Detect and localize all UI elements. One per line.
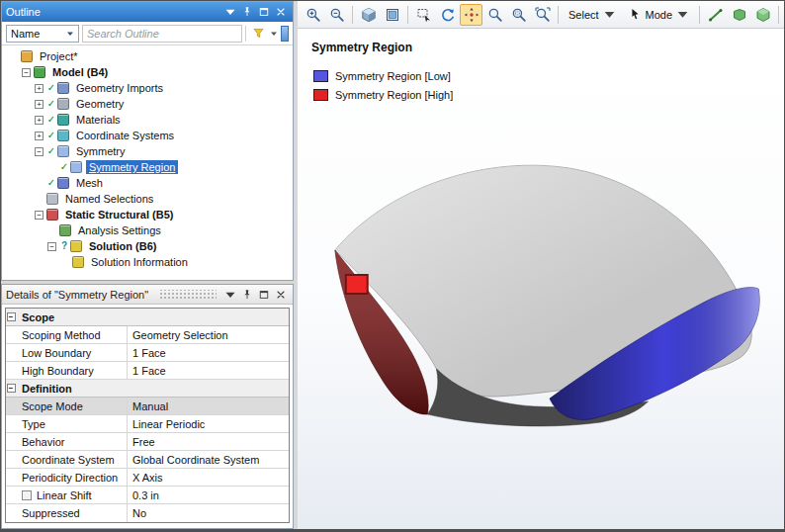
details-header[interactable]: Details of "Symmetry Region"	[2, 285, 293, 305]
chevron-down-icon[interactable]	[222, 5, 238, 20]
body-select-button[interactable]	[751, 4, 774, 26]
tree-item-symmetry-region[interactable]: ✓Symmetry Region	[5, 159, 293, 175]
drag-handle[interactable]	[346, 275, 368, 294]
details-row-type[interactable]: TypeLinear Periodic	[6, 415, 289, 433]
tree-item-geometry[interactable]: +✓Geometry	[5, 96, 293, 112]
app-window: Outline Name Project*−Model (B4)+✓Geomet…	[0, 0, 785, 532]
minus-expander-icon[interactable]: −	[47, 242, 56, 251]
legend-swatch	[313, 70, 328, 82]
details-row-low-boundary[interactable]: Low Boundary1 Face	[6, 344, 289, 362]
minus-expander-icon[interactable]: −	[35, 211, 44, 220]
outline-title: Outline	[6, 6, 46, 18]
details-row-suppressed[interactable]: SuppressedNo	[6, 504, 289, 522]
minus-expander-icon[interactable]: −	[7, 384, 16, 393]
box-select-button[interactable]	[412, 4, 435, 26]
tree-item-named-selections[interactable]: Named Selections	[5, 191, 293, 207]
tree-item-symmetry[interactable]: −✓Symmetry	[5, 143, 293, 159]
pan-button[interactable]	[460, 4, 482, 26]
minus-expander-icon[interactable]: −	[22, 68, 31, 77]
details-row-scoping-method[interactable]: Scoping MethodGeometry Selection	[6, 326, 289, 344]
details-row-coordinate-system[interactable]: Coordinate SystemGlobal Coordinate Syste…	[6, 451, 289, 469]
zoom-out-button[interactable]	[325, 4, 348, 26]
toolbar-label: Mode	[646, 9, 673, 21]
row-gutter	[6, 469, 19, 486]
select-dropdown[interactable]: Select	[563, 4, 622, 26]
zoom-button[interactable]	[483, 4, 506, 26]
property-value[interactable]: Global Coordinate System	[128, 451, 289, 468]
legend-swatch	[313, 89, 328, 101]
plus-expander-icon[interactable]: +	[35, 100, 44, 109]
tree-item-geometry-imports[interactable]: +✓Geometry Imports	[5, 80, 293, 96]
zoom-fit-button[interactable]	[531, 4, 554, 26]
search-input[interactable]	[82, 25, 242, 43]
panel-grip[interactable]	[281, 26, 289, 42]
plus-expander-icon[interactable]: +	[35, 132, 44, 140]
plus-expander-icon[interactable]: +	[35, 84, 44, 93]
property-value[interactable]: Linear Periodic	[128, 415, 289, 432]
header-grip	[159, 290, 217, 299]
search-scope-dropdown[interactable]: Name	[6, 25, 79, 43]
left-column: Outline Name Project*−Model (B4)+✓Geomet…	[1, 1, 294, 529]
details-row-scope-mode[interactable]: Scope ModeManual	[6, 398, 289, 415]
close-icon[interactable]	[273, 287, 289, 302]
property-value[interactable]: Free	[128, 433, 289, 450]
tree-item-solution-b6[interactable]: −?Solution (B6)	[5, 238, 293, 254]
pin-icon[interactable]	[239, 5, 255, 20]
tree-item-label: Project*	[37, 49, 81, 63]
property-value[interactable]: Geometry Selection	[128, 326, 289, 343]
property-value[interactable]: Manual	[128, 398, 289, 414]
property-value[interactable]: X Axis	[128, 469, 289, 486]
tree-item-label: Coordinate Systems	[73, 129, 177, 142]
chevron-down-icon[interactable]	[270, 30, 278, 38]
zoom-in-button[interactable]	[302, 4, 324, 26]
viewport-canvas[interactable]: Symmetry Region Symmetry Region [Low]Sym…	[298, 29, 784, 529]
toolbar-separator	[778, 6, 779, 24]
tree-item-coordinate-systems[interactable]: +✓Coordinate Systems	[5, 128, 293, 143]
tree-item-materials[interactable]: +✓Materials	[5, 112, 293, 128]
tree-item-label: Materials	[73, 113, 124, 127]
property-value[interactable]: No	[128, 504, 289, 522]
minus-expander-icon[interactable]: −	[7, 312, 16, 321]
details-body: −ScopeScoping MethodGeometry SelectionLo…	[2, 305, 293, 528]
details-section-definition[interactable]: −Definition	[6, 380, 289, 398]
minus-expander-icon[interactable]: −	[35, 147, 44, 156]
materials-icon	[57, 114, 69, 126]
linear-shift-checkbox[interactable]	[22, 490, 32, 500]
close-icon[interactable]	[273, 5, 289, 20]
outline-header[interactable]: Outline	[2, 2, 293, 22]
tree-item-solution-information[interactable]: Solution Information	[5, 254, 293, 270]
question-status-icon: ?	[59, 241, 69, 251]
chevron-down-icon[interactable]	[222, 287, 238, 302]
edge-select-button[interactable]	[704, 4, 727, 26]
filter-funnel-icon[interactable]	[249, 26, 267, 42]
tree-item-static-structural-b5[interactable]: −Static Structural (B5)	[5, 207, 293, 222]
tree-item-model-b4[interactable]: −Model (B4)	[5, 64, 293, 80]
tree-item-project[interactable]: Project*	[5, 48, 293, 64]
tree-item-analysis-settings[interactable]: Analysis Settings	[5, 222, 293, 238]
plus-expander-icon[interactable]: +	[35, 116, 44, 125]
pin-icon[interactable]	[239, 287, 255, 302]
details-row-linear-shift[interactable]: Linear Shift0.3 in	[6, 487, 289, 504]
face-select-button[interactable]	[728, 4, 750, 26]
property-value[interactable]: 0.3 in	[128, 487, 289, 503]
face-view-button[interactable]	[381, 4, 403, 26]
details-row-behavior[interactable]: BehaviorFree	[6, 433, 289, 451]
maximize-icon[interactable]	[256, 5, 272, 20]
tree-item-mesh[interactable]: ✓Mesh	[5, 175, 293, 191]
outline-search-row: Name	[2, 22, 293, 45]
maximize-icon[interactable]	[256, 287, 272, 302]
rotate-button[interactable]	[436, 4, 459, 26]
expander-spacer	[47, 226, 56, 235]
check-status-icon: ✓	[46, 146, 56, 156]
details-row-high-boundary[interactable]: High Boundary1 Face	[6, 362, 289, 380]
details-section-scope[interactable]: −Scope	[6, 309, 289, 326]
outline-panel: Outline Name Project*−Model (B4)+✓Geomet…	[1, 1, 294, 281]
box-zoom-button[interactable]	[507, 4, 530, 26]
mode-dropdown[interactable]: Mode	[623, 4, 696, 26]
property-value[interactable]: 1 Face	[128, 344, 289, 361]
worksheet-button[interactable]	[783, 4, 784, 26]
search-scope-label: Name	[11, 28, 40, 40]
iso-view-button[interactable]	[357, 4, 380, 26]
property-value[interactable]: 1 Face	[128, 362, 289, 379]
details-row-periodicity-direction[interactable]: Periodicity DirectionX Axis	[6, 469, 289, 487]
